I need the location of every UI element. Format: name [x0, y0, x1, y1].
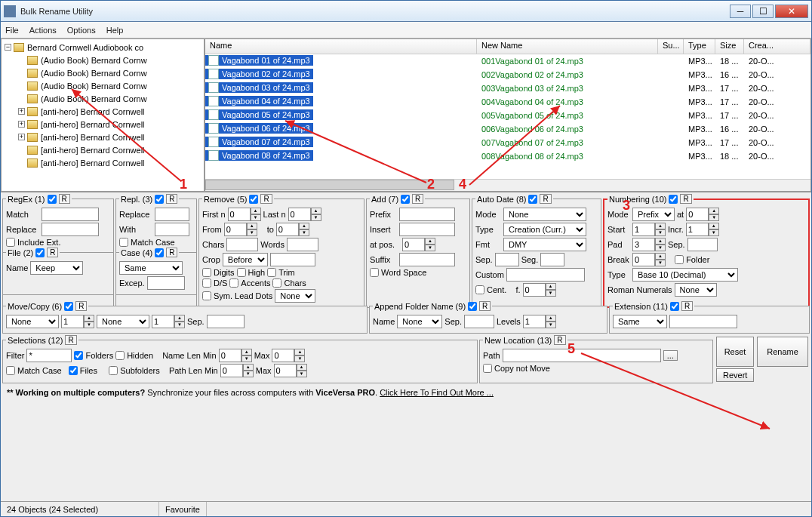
numbering-sep-input[interactable]	[687, 238, 718, 251]
col-sub[interactable]: Su...	[658, 39, 684, 54]
reset-badge[interactable]: R	[479, 301, 491, 311]
menu-file[interactable]: File	[5, 26, 19, 35]
case-excep-input[interactable]	[147, 276, 185, 290]
numbering-incr[interactable]	[686, 223, 709, 236]
rename-button[interactable]: Rename	[757, 337, 808, 367]
reset-badge[interactable]: R	[47, 248, 58, 257]
extension-enable[interactable]	[670, 302, 679, 311]
movecopy-s2[interactable]: None	[97, 315, 149, 328]
reset-badge[interactable]: R	[65, 335, 76, 345]
regex-replace-input[interactable]	[42, 223, 99, 236]
remove-chars-input[interactable]	[226, 238, 258, 251]
reset-badge[interactable]: R	[681, 301, 693, 311]
promo-link[interactable]: Click Here To Find Out More ...	[380, 388, 494, 397]
tree-item[interactable]: [anti-hero] Bernard Cornwell	[3, 143, 202, 156]
remove-digits[interactable]	[202, 268, 211, 277]
expand-icon[interactable]: +	[18, 108, 25, 115]
newloc-browse-button[interactable]: ...	[663, 350, 678, 361]
file-enable[interactable]	[35, 248, 45, 257]
reset-badge[interactable]: R	[554, 335, 565, 345]
case-enable[interactable]	[155, 248, 164, 257]
numbering-at[interactable]	[686, 208, 709, 221]
autodate-type-select[interactable]: Creation (Curr.)	[503, 223, 586, 236]
numbering-break[interactable]	[632, 253, 655, 266]
selections-namelenmin[interactable]	[219, 349, 241, 362]
reset-badge[interactable]: R	[59, 194, 70, 204]
add-suffix-input[interactable]	[399, 253, 455, 266]
folder-tree[interactable]: − Bernard Cornwell Audiobook co (Audio B…	[1, 38, 205, 192]
remove-crop-text[interactable]	[270, 253, 315, 266]
reset-badge[interactable]: R	[166, 248, 177, 257]
selections-pathlenmax[interactable]	[274, 364, 297, 377]
movecopy-s1[interactable]: None	[6, 315, 59, 328]
menu-options[interactable]: Options	[67, 26, 96, 35]
table-row[interactable]: Vagabond 05 of 24.mp3005Vagabond 05 of 2…	[205, 109, 810, 122]
selections-folders[interactable]	[74, 351, 83, 360]
file-grid[interactable]: Name New Name Su... Type Size Crea... Va…	[205, 38, 811, 192]
extension-input[interactable]	[669, 315, 737, 328]
menu-help[interactable]: Help	[106, 26, 124, 35]
reset-badge[interactable]: R	[260, 194, 272, 204]
remove-firstn[interactable]	[228, 208, 251, 221]
col-newname[interactable]: New Name	[477, 39, 658, 54]
scroll-thumb[interactable]	[205, 180, 454, 190]
tree-item[interactable]: (Audio Book) Bernard Cornw	[3, 54, 202, 66]
autodate-cent[interactable]	[475, 285, 484, 294]
newloc-path-input[interactable]	[503, 349, 661, 362]
tree-item[interactable]: +[anti-hero] Bernard Cornwell	[3, 118, 202, 131]
repl-replace-input[interactable]	[155, 208, 189, 221]
expand-icon[interactable]: +	[18, 121, 25, 128]
reset-badge[interactable]: R	[412, 194, 423, 204]
reset-badge[interactable]: R	[166, 194, 177, 204]
autodate-mode-select[interactable]: None	[503, 208, 586, 221]
numbering-pad[interactable]	[632, 238, 655, 251]
append-name-select[interactable]: None	[397, 315, 442, 328]
newloc-copy[interactable]	[483, 364, 492, 373]
table-row[interactable]: Vagabond 08 of 24.mp3008Vagabond 08 of 2…	[205, 149, 810, 163]
remove-high[interactable]	[237, 268, 246, 277]
h-scrollbar[interactable]	[205, 179, 810, 191]
autodate-seg-input[interactable]	[540, 253, 564, 266]
col-type[interactable]: Type	[684, 39, 715, 54]
remove-chars2[interactable]	[272, 279, 281, 288]
expand-icon[interactable]: −	[5, 44, 11, 51]
remove-words-input[interactable]	[287, 238, 318, 251]
add-prefix-input[interactable]	[399, 208, 455, 221]
table-row[interactable]: Vagabond 06 of 24.mp3006Vagabond 06 of 2…	[205, 122, 810, 136]
table-row[interactable]: Vagabond 02 of 24.mp3002Vagabond 02 of 2…	[205, 68, 810, 82]
movecopy-sep-input[interactable]	[207, 315, 245, 328]
remove-enable[interactable]	[249, 195, 258, 204]
remove-ds[interactable]	[202, 279, 211, 288]
autodate-enable[interactable]	[528, 195, 537, 204]
repl-enable[interactable]	[155, 195, 164, 204]
repl-with-input[interactable]	[155, 223, 189, 236]
regex-enable[interactable]	[48, 195, 57, 204]
remove-sym[interactable]	[202, 291, 211, 300]
add-insert-input[interactable]	[399, 223, 455, 236]
file-name-select[interactable]: Keep	[30, 261, 83, 275]
numbering-start[interactable]	[632, 223, 655, 236]
append-levels[interactable]	[523, 315, 546, 328]
reset-button[interactable]: Reset	[716, 337, 754, 367]
reset-badge[interactable]: R	[540, 194, 551, 204]
numbering-enable[interactable]	[669, 195, 678, 204]
tree-item[interactable]: [anti-hero] Bernard Cornwell	[3, 156, 202, 169]
remove-accents[interactable]	[229, 279, 238, 288]
autodate-off[interactable]	[523, 283, 546, 297]
case-select[interactable]: Same	[119, 261, 183, 275]
revert-button[interactable]: Revert	[716, 368, 754, 382]
table-row[interactable]: Vagabond 01 of 24.mp3001Vagabond 01 of 2…	[205, 54, 810, 68]
reset-badge[interactable]: R	[75, 301, 87, 311]
table-row[interactable]: Vagabond 07 of 24.mp3007Vagabond 07 of 2…	[205, 136, 810, 149]
selections-files[interactable]	[69, 366, 78, 375]
add-enable[interactable]	[401, 195, 410, 204]
remove-lastn[interactable]	[288, 208, 311, 221]
selections-matchcase[interactable]	[6, 366, 15, 375]
autodate-sep-input[interactable]	[495, 253, 519, 266]
selections-filter-input[interactable]	[26, 349, 72, 362]
minimize-button[interactable]: ─	[730, 5, 751, 18]
movecopy-n1[interactable]	[61, 315, 84, 328]
maximize-button[interactable]: ☐	[752, 5, 774, 18]
extension-select[interactable]: Same	[613, 315, 667, 328]
tree-item[interactable]: (Audio Book) Bernard Cornw	[3, 92, 202, 105]
